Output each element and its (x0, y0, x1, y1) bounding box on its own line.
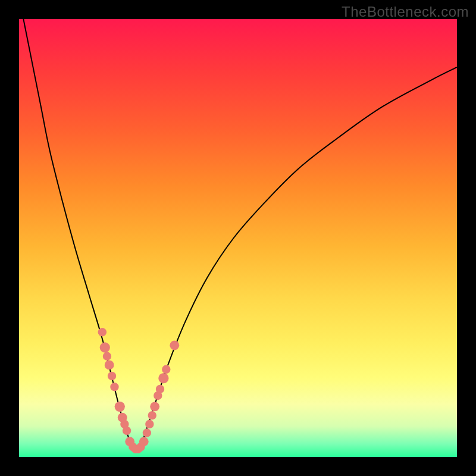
data-marker (115, 402, 125, 412)
data-marker (120, 420, 129, 428)
markers-group (98, 328, 180, 453)
data-marker (170, 340, 179, 350)
data-marker (139, 437, 149, 446)
data-marker (162, 365, 170, 374)
data-marker (150, 402, 159, 411)
data-marker (123, 427, 131, 435)
data-marker (143, 428, 151, 437)
chart-frame: TheBottleneck.com (0, 0, 476, 476)
data-marker (108, 372, 116, 380)
chart-overlay-svg (19, 19, 457, 457)
data-marker (98, 328, 107, 336)
plot-area (19, 19, 457, 457)
data-marker (145, 420, 154, 428)
data-marker (154, 392, 162, 400)
data-marker (129, 443, 137, 451)
data-marker (136, 443, 145, 451)
bottleneck-curve (23, 19, 457, 450)
data-marker (131, 445, 140, 453)
data-marker (134, 445, 142, 453)
data-marker (118, 413, 127, 422)
data-marker (105, 361, 114, 370)
data-marker (125, 437, 134, 446)
data-marker (100, 342, 110, 352)
data-marker (110, 383, 118, 391)
data-marker (158, 373, 168, 383)
data-marker (148, 411, 156, 419)
data-marker (103, 352, 111, 361)
data-marker (156, 385, 164, 393)
watermark-text: TheBottleneck.com (342, 4, 469, 20)
